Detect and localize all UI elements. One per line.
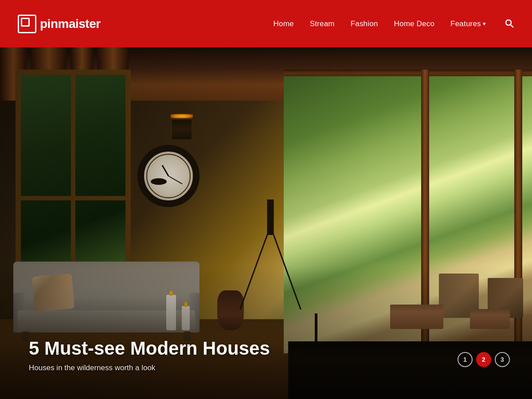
main-nav: Home Stream Fashion Home Deco Features xyxy=(274,20,486,28)
search-button[interactable] xyxy=(504,18,514,30)
nav-features[interactable]: Features xyxy=(450,20,486,28)
slider-dot-3[interactable]: 3 xyxy=(495,352,510,367)
nav-stream[interactable]: Stream xyxy=(310,20,335,28)
site-logo: pinmaister xyxy=(40,17,101,31)
logo-wrap[interactable]: pinmaister xyxy=(18,15,101,33)
nav-home[interactable]: Home xyxy=(274,20,294,28)
hero-title: 5 Must-see Modern Houses xyxy=(29,338,479,359)
logo-icon xyxy=(18,15,36,33)
nav-fashion[interactable]: Fashion xyxy=(351,20,378,28)
slider-dot-1[interactable]: 1 xyxy=(458,352,473,367)
nav-home-deco[interactable]: Home Deco xyxy=(394,20,435,28)
search-icon xyxy=(504,18,514,28)
slider-dot-2[interactable]: 2 xyxy=(476,352,491,367)
hero-section: 5 Must-see Modern Houses Houses in the w… xyxy=(0,47,532,399)
hero-subtitle: Houses in the wilderness worth a look xyxy=(29,364,479,372)
site-header: pinmaister Home Stream Fashion Home Deco… xyxy=(0,0,532,47)
hero-caption: 5 Must-see Modern Houses Houses in the w… xyxy=(29,338,479,372)
slider-dots: 1 2 3 xyxy=(458,352,510,367)
